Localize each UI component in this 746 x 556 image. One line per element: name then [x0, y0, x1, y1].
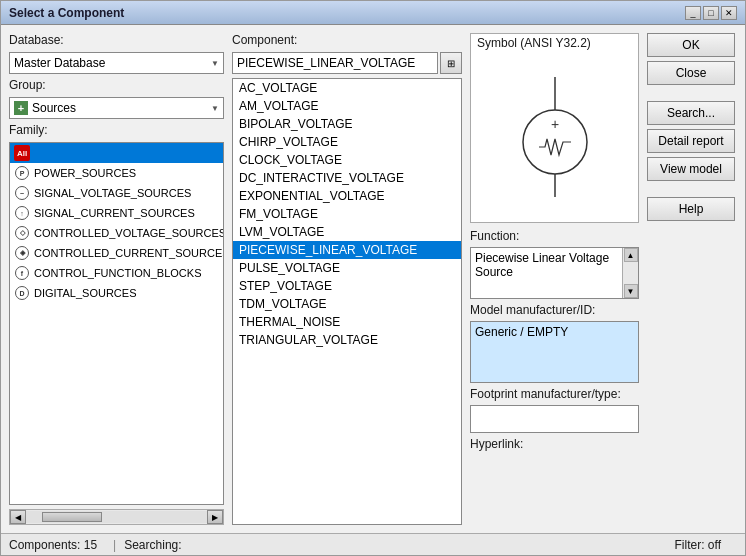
family-item[interactable]: fCONTROL_FUNCTION_BLOCKS	[10, 263, 223, 283]
model-label: Model manufacturer/ID:	[470, 303, 639, 317]
svg-text:+: +	[550, 116, 558, 132]
component-item[interactable]: CLOCK_VOLTAGE	[233, 151, 461, 169]
group-dropdown[interactable]: + Sources ▼	[9, 97, 224, 119]
database-value: Master Database	[14, 56, 105, 70]
component-search-input[interactable]	[232, 52, 438, 74]
view-model-button[interactable]: View model	[647, 157, 735, 181]
component-item[interactable]: TDM_VOLTAGE	[233, 295, 461, 313]
component-label: Component:	[232, 33, 297, 47]
help-button[interactable]: Help	[647, 197, 735, 221]
component-item[interactable]: EXPONENTIAL_VOLTAGE	[233, 187, 461, 205]
component-item[interactable]: LVM_VOLTAGE	[233, 223, 461, 241]
footprint-value-box	[470, 405, 639, 433]
footprint-label: Footprint manufacturer/type:	[470, 387, 639, 401]
component-item[interactable]: DC_INTERACTIVE_VOLTAGE	[233, 169, 461, 187]
info-section: Function: Piecewise Linear Voltage Sourc…	[470, 229, 639, 525]
model-value-box: Generic / EMPTY	[470, 321, 639, 383]
hyperlink-label: Hyperlink:	[470, 437, 639, 451]
maximize-button[interactable]: □	[703, 6, 719, 20]
family-item[interactable]: ◈CONTROLLED_CURRENT_SOURCES	[10, 243, 223, 263]
function-label: Function:	[470, 229, 639, 243]
component-header: Component:	[232, 33, 462, 48]
database-label: Database:	[9, 33, 224, 47]
group-label: Group:	[9, 78, 224, 92]
component-item[interactable]: AC_VOLTAGE	[233, 79, 461, 97]
function-value: Piecewise Linear Voltage Source	[471, 248, 622, 298]
ok-button[interactable]: OK	[647, 33, 735, 57]
family-item[interactable]: DDIGITAL_SOURCES	[10, 283, 223, 303]
model-value: Generic / EMPTY	[475, 325, 568, 339]
symbol-section: Symbol (ANSI Y32.2) +	[470, 33, 639, 223]
family-horizontal-scrollbar[interactable]: ◀ ▶	[9, 509, 224, 525]
database-dropdown[interactable]: Master Database ▼	[9, 52, 224, 74]
family-item[interactable]: ↑SIGNAL_CURRENT_SOURCES	[10, 203, 223, 223]
family-label: Family:	[9, 123, 224, 137]
content-area: Database: Master Database ▼ Group: + Sou…	[1, 25, 745, 533]
component-item[interactable]: AM_VOLTAGE	[233, 97, 461, 115]
family-item[interactable]: ~SIGNAL_VOLTAGE_SOURCES	[10, 183, 223, 203]
group-value: Sources	[32, 101, 76, 115]
family-item[interactable]: All	[10, 143, 223, 163]
component-item[interactable]: CHIRP_VOLTAGE	[233, 133, 461, 151]
close-button[interactable]: ✕	[721, 6, 737, 20]
component-item[interactable]: FM_VOLTAGE	[233, 205, 461, 223]
window-controls: _ □ ✕	[685, 6, 737, 20]
main-window: Select a Component _ □ ✕ Database: Maste…	[0, 0, 746, 556]
side-buttons: OK Close Search... Detail report View mo…	[647, 33, 737, 525]
search-button[interactable]: Search...	[647, 101, 735, 125]
scroll-right-button[interactable]: ▶	[207, 510, 223, 524]
title-bar: Select a Component _ □ ✕	[1, 1, 745, 25]
component-item[interactable]: TRIANGULAR_VOLTAGE	[233, 331, 461, 349]
window-title: Select a Component	[9, 6, 124, 20]
close-dialog-button[interactable]: Close	[647, 61, 735, 85]
group-dropdown-arrow-icon: ▼	[211, 104, 219, 113]
middle-panel: Component: ⊞ AC_VOLTAGEAM_VOLTAGEBIPOLAR…	[232, 33, 462, 525]
function-scrollbar[interactable]: ▲ ▼	[622, 248, 638, 298]
components-count: Components: 15	[9, 538, 113, 552]
filter-button[interactable]: ⊞	[440, 52, 462, 74]
scroll-left-button[interactable]: ◀	[10, 510, 26, 524]
component-item[interactable]: PULSE_VOLTAGE	[233, 259, 461, 277]
component-item[interactable]: BIPOLAR_VOLTAGE	[233, 115, 461, 133]
component-item[interactable]: THERMAL_NOISE	[233, 313, 461, 331]
group-add-icon: +	[14, 101, 28, 115]
component-list[interactable]: AC_VOLTAGEAM_VOLTAGEBIPOLAR_VOLTAGECHIRP…	[232, 78, 462, 525]
family-item[interactable]: PPOWER_SOURCES	[10, 163, 223, 183]
symbol-canvas: +	[471, 52, 638, 222]
component-item[interactable]: PIECEWISE_LINEAR_VOLTAGE	[233, 241, 461, 259]
family-list[interactable]: AllPPOWER_SOURCES~SIGNAL_VOLTAGE_SOURCES…	[9, 142, 224, 505]
symbol-title: Symbol (ANSI Y32.2)	[471, 34, 638, 52]
dropdown-arrow-icon: ▼	[211, 59, 219, 68]
right-panel: Symbol (ANSI Y32.2) +	[470, 33, 639, 525]
filter-status: Filter: off	[675, 538, 737, 552]
component-item[interactable]: STEP_VOLTAGE	[233, 277, 461, 295]
status-bar: Components: 15 | Searching: Filter: off	[1, 533, 745, 555]
family-item[interactable]: ◇CONTROLLED_VOLTAGE_SOURCES	[10, 223, 223, 243]
searching-status: Searching:	[124, 538, 197, 552]
detail-report-button[interactable]: Detail report	[647, 129, 735, 153]
left-panel: Database: Master Database ▼ Group: + Sou…	[9, 33, 224, 525]
minimize-button[interactable]: _	[685, 6, 701, 20]
component-symbol: +	[495, 67, 615, 207]
